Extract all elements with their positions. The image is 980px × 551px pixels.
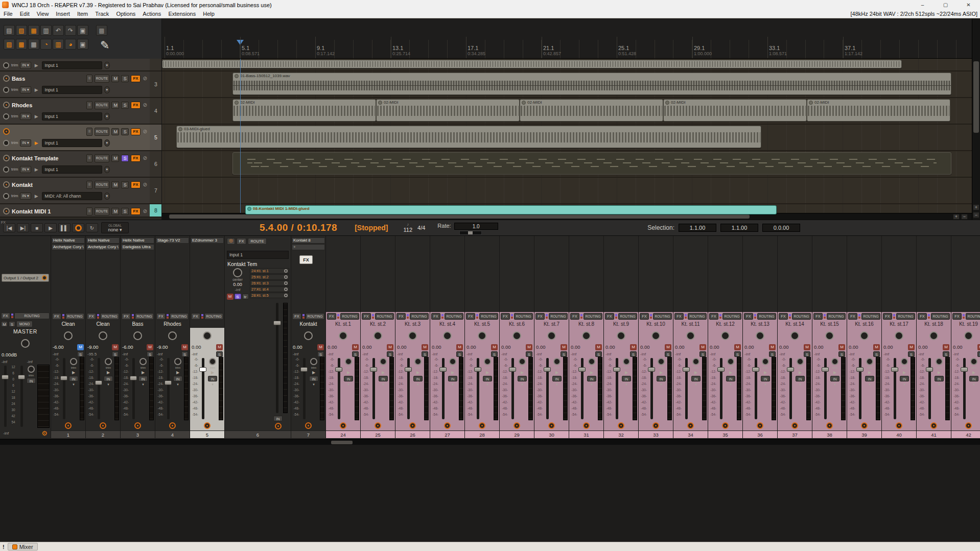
record-input-button[interactable]: IN ▾: [20, 86, 31, 93]
record-arm-button[interactable]: [826, 422, 833, 429]
mixer-strip-channel-37[interactable]: FXROUTINGKt. st.140.00M-infS-0--6--12--1…: [778, 236, 812, 438]
solo-button[interactable]: S: [491, 351, 498, 357]
pan-knob[interactable]: [443, 331, 452, 340]
route-button[interactable]: ROUTE: [95, 154, 110, 162]
input-dropdown[interactable]: ▾: [973, 382, 975, 386]
solo-button[interactable]: S: [121, 128, 129, 135]
fx-insert[interactable]: Helix Native: [52, 237, 85, 244]
volume-fader[interactable]: [752, 357, 760, 420]
input-button[interactable]: IN: [622, 376, 631, 381]
play-button[interactable]: ▶: [44, 223, 57, 232]
file-new-icon[interactable]: ▤: [4, 25, 15, 36]
fx-insert[interactable]: Stage-73 V2: [156, 237, 189, 244]
solo-button[interactable]: S: [838, 351, 845, 357]
channel-number[interactable]: 30: [534, 430, 569, 438]
volume-fader[interactable]: [960, 357, 968, 420]
input-source-label[interactable]: Input 1: [42, 86, 102, 94]
input-dropdown[interactable]: ▾: [938, 382, 940, 386]
record-arm-button[interactable]: [409, 422, 416, 429]
mute-button[interactable]: M: [111, 181, 119, 188]
track-number[interactable]: 5: [150, 125, 162, 151]
mute-button[interactable]: M: [804, 344, 810, 350]
mixer-strip-channel-41[interactable]: FXROUTINGKt. st.180.00M-infS-0--6--12--1…: [917, 236, 951, 438]
menu-view[interactable]: View: [33, 11, 53, 17]
input-source-label[interactable]: Input 1: [42, 61, 102, 69]
input-dropdown[interactable]: ▾: [625, 382, 627, 386]
monitor-button[interactable]: ▶: [33, 140, 40, 146]
pan-knob[interactable]: [21, 339, 30, 348]
route-button[interactable]: ROUTE: [95, 75, 110, 83]
route-button[interactable]: ROUTE: [95, 101, 110, 109]
routing-button[interactable]: ROUTING: [375, 313, 394, 320]
route-button[interactable]: ROUTE: [95, 181, 110, 189]
fader-handle[interactable]: [2, 375, 9, 379]
fx-button[interactable]: FX: [779, 313, 788, 320]
monitor-button[interactable]: ▶: [107, 370, 110, 375]
media-item[interactable]: 02-MIDI: [376, 99, 520, 122]
record-arm-button[interactable]: [514, 422, 520, 429]
record-arm-button[interactable]: [3, 102, 10, 108]
pan-knob[interactable]: [686, 331, 695, 340]
menu-extensions[interactable]: Extensions: [165, 11, 199, 17]
vertical-zoom-in-button[interactable]: +: [973, 204, 979, 210]
fx-button[interactable]: FX: [237, 238, 247, 245]
volume-fader[interactable]: [199, 357, 207, 420]
record-input-button[interactable]: IN ▾: [20, 113, 31, 120]
mono-button[interactable]: MONO: [16, 321, 33, 327]
monitor-button[interactable]: ▶: [938, 370, 941, 375]
fx-button[interactable]: FX: [131, 102, 140, 109]
track-panel-row-Kontakt[interactable]: Kontakt⠿ROUTEMSFX⊘trimIN ▾▶MIDI: All: Al…: [0, 178, 150, 204]
mixer-strip-channel-5[interactable]: EZdrummer 3FXROUTING0.00M-infS-0--6--12-…: [190, 236, 225, 438]
channel-number[interactable]: 27: [430, 430, 464, 438]
routing-matrix-icon[interactable]: ▩: [96, 25, 107, 36]
fader-handle[interactable]: [165, 380, 172, 385]
input-button[interactable]: IN: [173, 376, 182, 381]
fader-handle[interactable]: [370, 367, 377, 372]
volume-readout[interactable]: -6.00: [53, 344, 76, 350]
midi-editor-icon[interactable]: ▦: [28, 39, 39, 50]
fx-button[interactable]: FX: [501, 313, 510, 320]
trim-knob[interactable]: [414, 358, 422, 365]
io-matrix-button[interactable]: ⠿: [86, 154, 92, 162]
record-arm-button[interactable]: [3, 208, 10, 214]
record-arm-button[interactable]: [791, 422, 798, 429]
input-button[interactable]: IN: [969, 376, 978, 381]
input-dropdown[interactable]: ▾: [452, 382, 454, 386]
fader-handle[interactable]: [926, 367, 933, 372]
routing-button[interactable]: ROUTING: [966, 313, 980, 320]
record-arm-button[interactable]: [618, 422, 624, 429]
solo-button[interactable]: S: [977, 351, 980, 357]
settings-gear-icon[interactable]: ⚙: [41, 429, 48, 437]
monitor-button[interactable]: ▶: [729, 370, 732, 375]
pan-knob[interactable]: [895, 331, 903, 340]
track-number[interactable]: [150, 59, 162, 71]
fx-insert[interactable]: Archetype Cory \: [86, 244, 120, 250]
input-source-label[interactable]: Input 1: [42, 165, 102, 174]
monitor-button[interactable]: ▶: [416, 370, 419, 375]
record-arm-button[interactable]: [965, 422, 972, 429]
media-item[interactable]: 01-Bass-150512_1039.wav: [232, 73, 951, 95]
mixer-strip-channel-38[interactable]: FXROUTINGKt. st.150.00M-infS-0--6--12--1…: [812, 236, 847, 438]
io-matrix-button[interactable]: ⠿: [86, 181, 92, 189]
mixer-strip-channel-6[interactable]: ◎FXROUTEInput 1Kontakt Temcenter0.00-inf…: [225, 236, 291, 438]
mute-button[interactable]: M: [734, 344, 741, 350]
menu-options[interactable]: Options: [112, 11, 139, 17]
volume-readout[interactable]: 0.00: [814, 344, 837, 350]
input-dropdown[interactable]: ▾: [212, 382, 214, 386]
fader-handle[interactable]: [752, 367, 759, 372]
volume-readout[interactable]: 0.00: [779, 344, 803, 350]
send-knob[interactable]: [284, 281, 288, 285]
redo-icon[interactable]: ↷: [65, 25, 76, 36]
solo-button[interactable]: S: [734, 351, 741, 357]
solo-button[interactable]: S: [665, 351, 671, 357]
trim-knob[interactable]: [762, 358, 769, 365]
record-arm-button[interactable]: [861, 422, 868, 429]
solo-button[interactable]: S: [873, 351, 880, 357]
volume-readout[interactable]: 0.00: [849, 344, 872, 350]
trim-knob[interactable]: [209, 358, 216, 365]
monitor-button[interactable]: ▶: [142, 370, 145, 375]
record-arm-button[interactable]: [3, 128, 10, 135]
solo-button[interactable]: S: [121, 75, 129, 82]
input-button[interactable]: IN: [518, 376, 527, 381]
media-item[interactable]: 02-MIDI: [807, 99, 950, 122]
